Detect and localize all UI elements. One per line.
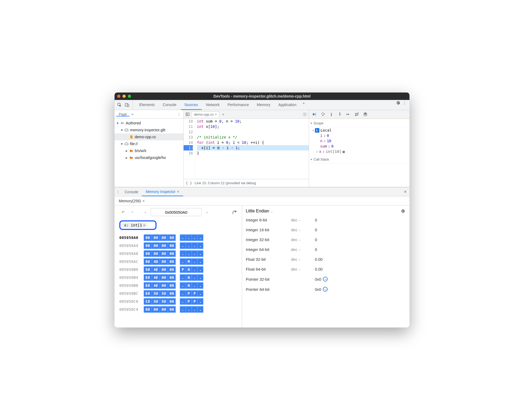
more-source-tabs-icon[interactable]: »: [220, 111, 226, 117]
ascii-char[interactable]: .: [197, 290, 203, 297]
line-number[interactable]: 16: [184, 150, 193, 156]
line-number[interactable]: 14: [184, 140, 193, 145]
hex-row[interactable]: 005050B8E04E0000.N..: [119, 282, 238, 289]
ascii-char[interactable]: .: [186, 306, 192, 313]
close-window-icon[interactable]: [117, 95, 120, 98]
redo-icon[interactable]: ↷: [128, 208, 136, 216]
tab-console[interactable]: Console: [159, 100, 180, 110]
callstack-section-header[interactable]: Call Stack: [309, 156, 409, 163]
hex-byte[interactable]: 50: [152, 298, 160, 305]
ascii-char[interactable]: .: [197, 274, 203, 281]
hex-row[interactable]: 005050BCE0505000.PP.: [119, 289, 238, 297]
ascii-char[interactable]: .: [180, 282, 186, 289]
refresh-icon[interactable]: [231, 208, 238, 216]
line-number[interactable]: 10: [184, 119, 193, 124]
hex-byte[interactable]: 00: [168, 290, 176, 297]
hex-byte[interactable]: 00: [168, 250, 176, 257]
tab-network[interactable]: Network: [202, 100, 223, 110]
address-input[interactable]: [151, 208, 202, 216]
navigator-more-icon[interactable]: »: [129, 111, 135, 117]
hex-byte[interactable]: E0: [144, 274, 152, 281]
code-line[interactable]: }: [197, 150, 309, 156]
ascii-char[interactable]: .: [180, 306, 186, 313]
hex-byte[interactable]: E0: [144, 282, 152, 289]
ascii-char[interactable]: .: [197, 298, 203, 305]
prev-page-icon[interactable]: ‹: [142, 208, 149, 216]
code-line[interactable]: [197, 129, 309, 135]
hex-byte[interactable]: 00: [160, 250, 168, 257]
ascii-char[interactable]: .: [180, 298, 186, 305]
hex-row[interactable]: 005050A400000000....: [119, 242, 238, 250]
close-icon[interactable]: ×: [143, 223, 145, 227]
hex-byte[interactable]: 50: [152, 290, 160, 297]
scope-section-header[interactable]: Scope: [309, 120, 409, 127]
hex-byte[interactable]: 00: [168, 274, 176, 281]
hex-byte[interactable]: 00: [144, 242, 152, 249]
ascii-char[interactable]: .: [192, 250, 197, 257]
ascii-char[interactable]: .: [192, 282, 197, 289]
hex-byte[interactable]: 00: [168, 242, 176, 249]
ascii-char[interactable]: .: [180, 274, 186, 281]
ascii-char[interactable]: .: [180, 250, 186, 257]
drawer-tab-memory-inspector[interactable]: Memory Inspector ×: [142, 187, 183, 196]
code-line[interactable]: int x[10];: [197, 124, 309, 129]
hex-row[interactable]: 005050A800000000....: [119, 250, 238, 258]
jump-to-address-icon[interactable]: →: [323, 287, 328, 292]
value-mode-select[interactable]: dec ⌄: [291, 247, 315, 252]
ascii-char[interactable]: .: [197, 282, 203, 289]
hex-byte[interactable]: 00: [144, 234, 152, 241]
value-mode-select[interactable]: dec ⌄: [291, 267, 315, 271]
pretty-print-icon[interactable]: { }: [186, 181, 192, 185]
hex-byte[interactable]: 00: [168, 298, 176, 305]
scope-var-x[interactable]: x: [319, 149, 321, 154]
ascii-char[interactable]: .: [192, 258, 197, 265]
code-line[interactable]: x[i] = n - i - 1;: [197, 145, 309, 150]
hex-row[interactable]: 005050B4E04E0000.N..: [119, 274, 238, 282]
tree-fileurl[interactable]: ▾ file://: [115, 140, 183, 147]
kebab-icon[interactable]: ⋮: [402, 100, 407, 106]
hex-byte[interactable]: 80: [144, 258, 152, 265]
ascii-char[interactable]: .: [186, 242, 192, 249]
hex-byte[interactable]: 50: [160, 290, 168, 297]
ascii-char[interactable]: .: [197, 266, 203, 273]
zoom-window-icon[interactable]: [128, 95, 131, 98]
scope-var[interactable]: n: 10: [312, 138, 408, 144]
hex-byte[interactable]: 00: [144, 306, 152, 313]
hex-byte[interactable]: 50: [160, 298, 168, 305]
tab-performance[interactable]: Performance: [224, 100, 252, 110]
ascii-char[interactable]: .: [197, 306, 203, 313]
hex-byte[interactable]: 4E: [152, 266, 160, 273]
memory-subtab[interactable]: Memory(256) ×: [117, 196, 146, 205]
minimize-window-icon[interactable]: [122, 95, 126, 98]
memory-chip-icon[interactable]: ▦: [343, 149, 345, 154]
tab-memory[interactable]: Memory: [253, 100, 274, 110]
hex-byte[interactable]: 00: [152, 242, 160, 249]
source-tab-demo-cpp[interactable]: demo-cpp.cc ×: [192, 111, 219, 117]
value-mode-select[interactable]: dec ⌄: [291, 237, 315, 242]
ascii-char[interactable]: .: [192, 234, 197, 241]
drawer-tab-console[interactable]: Console: [121, 187, 142, 196]
hide-navigator-icon[interactable]: [185, 111, 191, 117]
value-mode-select[interactable]: dec ⌄: [291, 228, 315, 232]
hex-byte[interactable]: 00: [152, 306, 160, 313]
hex-byte[interactable]: 00: [168, 306, 176, 313]
hex-byte[interactable]: 00: [160, 266, 168, 273]
close-icon[interactable]: ×: [215, 112, 217, 116]
ascii-char[interactable]: .: [180, 242, 186, 249]
value-mode-select[interactable]: dec ⌄: [291, 218, 315, 222]
code-line[interactable]: /* initialize x */: [197, 135, 309, 140]
ascii-char[interactable]: .: [180, 258, 186, 265]
ascii-char[interactable]: M: [186, 258, 192, 265]
tree-domain[interactable]: ▾ memory-inspector.glit: [115, 127, 183, 133]
ascii-char[interactable]: .: [197, 242, 203, 249]
navigator-tab-page[interactable]: Page: [116, 112, 129, 116]
hex-byte[interactable]: 00: [160, 274, 168, 281]
ascii-char[interactable]: P: [192, 290, 197, 297]
ascii-char[interactable]: .: [180, 290, 186, 297]
hex-byte[interactable]: 00: [144, 250, 152, 257]
line-number[interactable]: 11: [184, 124, 193, 129]
hex-row[interactable]: 005050AC804D0000.M..: [119, 258, 238, 266]
hex-byte[interactable]: 00: [160, 258, 168, 265]
ascii-char[interactable]: .: [197, 258, 203, 265]
hex-byte[interactable]: 50: [144, 266, 152, 273]
